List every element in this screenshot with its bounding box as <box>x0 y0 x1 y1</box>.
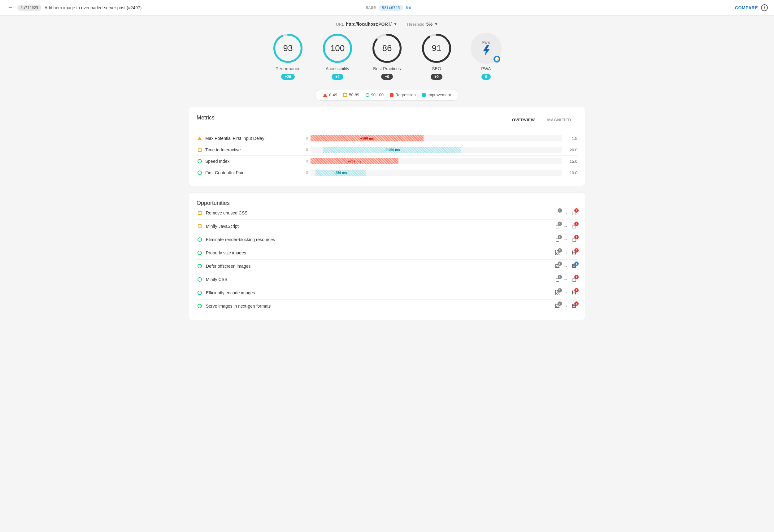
properly-size-base-file[interactable]: 🖼 0 <box>554 249 561 256</box>
encode-images-name: Efficiently encode images <box>206 290 554 295</box>
performance-badge: +26 <box>281 74 295 80</box>
performance-label: Performance <box>275 66 300 71</box>
pwa-score-label: PWA <box>481 66 491 71</box>
opp-row-encode-images: Efficiently encode images 🖼 1 → 🖼 1 <box>197 286 577 300</box>
tti-bar: -9,950 ms <box>310 147 562 153</box>
tab-magnified[interactable]: MAGNIFIED <box>541 115 577 125</box>
seo-badge: +0 <box>431 74 443 80</box>
lint-label: lint <box>406 6 411 10</box>
orange-triangle-icon <box>197 136 202 140</box>
render-blocking-base-file[interactable]: ◻ 2 <box>554 236 561 243</box>
nextgen-formats-base-file[interactable]: 🖼 3 <box>554 303 561 309</box>
url-group: URL http://localhost:PORT/ ▼ <box>336 22 397 27</box>
tti-zero: 0 <box>301 148 310 152</box>
arrow-icon-8: → <box>562 303 569 309</box>
legend-regression: Regression <box>390 93 416 97</box>
unused-css-base-file[interactable]: ◻ 1 <box>554 210 561 216</box>
minify-js-lint-file[interactable]: ◻ 4 <box>571 223 577 230</box>
metric-row-fpid: Max Potential First Input Delay 0 +566 m… <box>197 133 577 144</box>
encode-images-lint-file[interactable]: 🖼 1 <box>571 289 577 296</box>
defer-offscreen-actions: 🖼 5 → 🖼 6 <box>554 263 577 270</box>
minify-css-lint-file[interactable]: ◻ 1 <box>571 276 577 283</box>
threshold-value: 5% <box>426 22 433 27</box>
svg-marker-8 <box>483 45 490 56</box>
legend-regression-label: Regression <box>396 93 416 97</box>
green-circle-icon <box>197 159 202 163</box>
score-accessibility: 100 Accessibility +2 <box>322 33 353 80</box>
unused-css-lint-file[interactable]: ◻ 1 <box>571 210 577 216</box>
fcp-mag: 10.0 <box>562 171 577 175</box>
lint-count-4: 3 <box>574 248 579 253</box>
defer-offscreen-name: Defer offscreen images <box>206 264 554 269</box>
defer-offscreen-lint-file[interactable]: 🖼 6 <box>571 263 577 270</box>
fcp-bar-label: -259 ms <box>334 171 347 175</box>
encode-images-base-file[interactable]: 🖼 1 <box>554 289 561 296</box>
arrow-icon-2: → <box>562 223 569 229</box>
performance-value: 93 <box>283 43 292 53</box>
fpid-bar-label: +566 ms <box>360 136 374 140</box>
lint-count-8: 3 <box>574 301 579 306</box>
fpid-name: Max Potential First Input Delay <box>205 136 301 141</box>
render-blocking-icon <box>197 237 203 242</box>
properly-size-lint-file[interactable]: 🖼 3 <box>571 249 577 256</box>
tab-overview[interactable]: OVERVIEW <box>506 115 541 125</box>
fpid-mag: 1.5 <box>562 136 577 141</box>
fcp-bar-fill: -259 ms <box>315 170 365 176</box>
minify-js-base-file[interactable]: ◻ 4 <box>554 223 561 230</box>
minify-css-actions: ◻ 1 → ◻ 1 <box>554 276 577 283</box>
lint-count-1: 1 <box>574 208 579 213</box>
opportunities-title: Opportunities <box>197 200 230 206</box>
opp-row-unused-css: Remove unused CSS ◻ 1 → ◻ 1 <box>197 206 577 220</box>
seo-label: SEO <box>432 66 441 71</box>
lint-count-3: 1 <box>574 235 579 239</box>
properly-size-icon <box>197 251 203 255</box>
lint-count-2: 4 <box>574 222 579 226</box>
properly-size-actions: 🖼 0 → 🖼 3 <box>554 249 577 256</box>
properly-size-name: Properly size images <box>206 250 554 255</box>
render-blocking-lint-file[interactable]: ◻ 1 <box>571 236 577 243</box>
si-bar: +767 ms <box>310 158 562 164</box>
threshold-group: Threshold 5% ▼ <box>407 22 438 27</box>
base-count-5: 5 <box>558 262 562 266</box>
legend-improvement-label: Improvement <box>428 93 451 97</box>
encode-images-icon <box>197 291 203 295</box>
minify-css-base-file[interactable]: ◻ 1 <box>554 276 561 283</box>
si-icon <box>197 159 203 163</box>
si-mag: 15.0 <box>562 159 577 164</box>
best-practices-value: 86 <box>382 43 392 53</box>
score-seo: 91 SEO +0 <box>421 33 452 80</box>
metric-row-si: Speed Index 0 +767 ms 15.0 <box>197 156 577 167</box>
legend-range-high: 90-100 <box>371 93 383 97</box>
opp-row-properly-size: Properly size images 🖼 0 → 🖼 3 <box>197 246 577 260</box>
url-value: http://localhost:PORT/ <box>346 22 392 27</box>
accessibility-label: Accessibility <box>326 66 349 71</box>
metrics-tabs: OVERVIEW MAGNIFIED <box>506 115 577 125</box>
url-dropdown-icon[interactable]: ▼ <box>394 22 397 26</box>
legend-improvement: Improvement <box>422 93 451 97</box>
triangle-icon <box>323 93 327 97</box>
nextgen-formats-lint-file[interactable]: 🖼 3 <box>571 303 577 309</box>
back-button[interactable]: ← <box>6 3 14 12</box>
metric-row-tti: Time to Interactive 0 -9,950 ms 20.0 <box>197 144 577 156</box>
info-button[interactable]: i <box>761 4 768 11</box>
defer-offscreen-base-file[interactable]: 🖼 5 <box>554 263 561 270</box>
pwa-label: PWA <box>482 41 491 45</box>
seo-value: 91 <box>432 43 441 53</box>
tti-icon <box>197 148 203 152</box>
performance-circle: 93 <box>272 33 303 64</box>
legend-bar: 0-49 50-89 90-100 Regression Improvement <box>315 89 459 101</box>
compare-button[interactable]: COMPARE <box>735 5 758 10</box>
threshold-dropdown-icon[interactable]: ▼ <box>435 22 438 26</box>
opp-row-minify-js: Minify JavaScript ◻ 4 → ◻ 4 <box>197 220 577 233</box>
fcp-zero: 0 <box>301 171 310 175</box>
fpid-icon <box>197 136 203 140</box>
si-name: Speed Index <box>205 159 301 164</box>
pwa-badge: 0 <box>482 74 491 80</box>
render-blocking-actions: ◻ 2 → ◻ 1 <box>554 236 577 243</box>
encode-images-actions: 🖼 1 → 🖼 1 <box>554 289 577 296</box>
header: ← 5a714025 Add hero image to overloaded-… <box>0 0 774 15</box>
base-count-3: 2 <box>558 235 562 239</box>
fcp-icon <box>197 171 203 175</box>
fcp-bar: -259 ms <box>310 170 562 176</box>
nextgen-formats-icon <box>197 304 203 308</box>
